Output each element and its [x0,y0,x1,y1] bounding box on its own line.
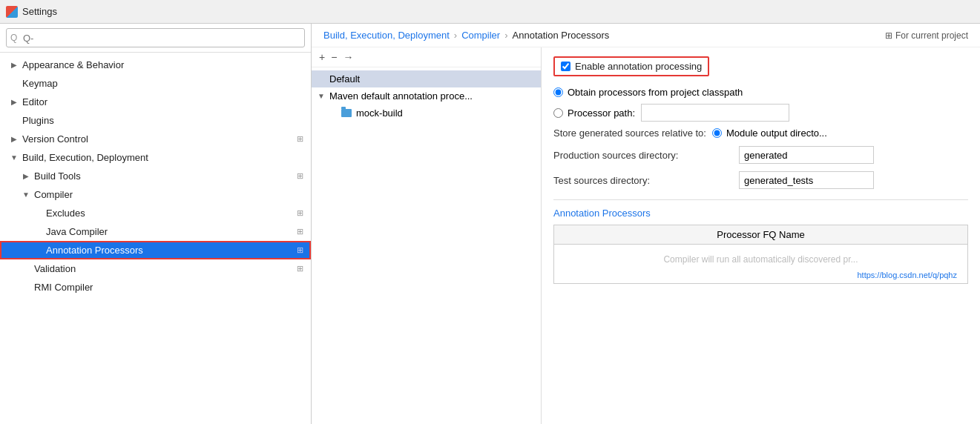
production-sources-input[interactable] [739,146,874,164]
search-wrapper: Q [6,28,305,47]
for-current-project-label: For current project [895,30,968,41]
production-sources-label: Production sources directory: [553,150,739,161]
sidebar-item-appearance[interactable]: ▶ Appearance & Behavior [0,56,311,74]
enable-annotation-checkbox[interactable] [561,62,570,71]
sidebar-item-label: Validation [34,263,292,274]
sidebar-item-label: RMI Compiler [34,282,305,293]
sidebar-item-rmi-compiler[interactable]: RMI Compiler [0,278,311,297]
copy-icon: ⊞ [295,171,305,182]
copy-icon: ⊞ [295,245,305,256]
processors-table: Processor FQ Name Compiler will run all … [553,225,968,284]
sidebar-item-keymap[interactable]: Keymap [0,74,311,93]
enable-annotation-wrapper: Enable annotation processing [553,56,709,76]
sidebar-item-label: Java Compiler [46,226,292,237]
breadcrumb-current: Annotation Processors [513,30,610,41]
sidebar-item-annotation-processors[interactable]: Annotation Processors ⊞ [0,241,311,259]
ti-arrow [318,75,328,83]
for-current-project[interactable]: ⊞ For current project [885,30,968,41]
store-radio-group: Module output directo... [712,127,827,139]
app-icon [6,6,18,18]
sidebar-item-validation[interactable]: Validation ⊞ [0,259,311,278]
tree-item-label: Maven default annotation proce... [329,90,473,102]
table-row-empty: Compiler will run all automatically disc… [554,245,968,284]
breadcrumb-sep-2: › [504,30,507,41]
path-radio-row: Processor path: [553,104,968,122]
tree-toolbar: + − → [312,47,541,67]
arrow-placeholder [21,264,31,274]
sidebar-item-plugins[interactable]: Plugins [0,111,311,130]
module-output-label: Module output directo... [726,127,827,139]
add-button[interactable]: + [319,52,325,62]
tree-panel: + − → Default ▼ Maven default annotation… [312,47,542,424]
breadcrumb-bar: Build, Execution, Deployment › Compiler … [312,24,980,47]
sidebar-item-excludes[interactable]: Excludes ⊞ [0,204,311,222]
sidebar-item-compiler[interactable]: ▼ Compiler [0,185,311,204]
arrow-icon: ▶ [9,134,19,145]
test-sources-label: Test sources directory: [553,175,739,186]
main-layout: Q ▶ Appearance & Behavior Keymap ▶ Edito… [0,24,980,424]
breadcrumb-compiler[interactable]: Compiler [461,30,500,41]
arrow-placeholder [21,282,31,293]
test-sources-input[interactable] [739,171,874,189]
sidebar-item-editor[interactable]: ▶ Editor [0,93,311,111]
arrow-placeholder [33,245,43,256]
search-icon: Q [10,33,17,43]
navigate-button[interactable]: → [343,52,353,62]
arrow-icon: ▶ [9,60,19,70]
arrow-placeholder [33,227,43,237]
path-radio[interactable] [553,108,563,118]
test-sources-row: Test sources directory: [553,171,968,189]
arrow-icon: ▼ [9,153,19,163]
sidebar-item-version-control[interactable]: ▶ Version Control ⊞ [0,130,311,148]
tree-body: Default ▼ Maven default annotation proce… [312,67,541,424]
processor-path-input[interactable] [641,104,789,122]
sidebar-item-label: Build Tools [34,170,292,182]
breadcrumb-build[interactable]: Build, Execution, Deployment [323,30,450,41]
breadcrumb-sep-1: › [454,30,457,41]
settings-panel: Enable annotation processing Obtain proc… [542,47,980,424]
arrow-icon: ▼ [21,190,31,200]
copy-icon: ⊞ [295,134,305,145]
remove-button[interactable]: − [331,52,337,62]
sidebar-nav: ▶ Appearance & Behavior Keymap ▶ Editor … [0,53,311,424]
search-box: Q [0,24,311,53]
arrow-placeholder [9,116,19,126]
arrow-placeholder [33,208,43,219]
sidebar-item-label: Keymap [22,78,305,89]
classpath-radio[interactable] [553,87,563,97]
search-input[interactable] [6,28,305,47]
sidebar-item-build-tools[interactable]: ▶ Build Tools ⊞ [0,167,311,185]
module-output-radio[interactable] [712,128,722,138]
arrow-icon: ▶ [9,97,19,107]
store-generated-row: Store generated sources relative to: Mod… [553,127,968,139]
sidebar-item-label: Excludes [46,208,292,219]
sidebar-item-label: Editor [22,96,305,107]
annotation-processors-section: Annotation Processors Processor FQ Name … [553,199,968,284]
tree-item-default[interactable]: Default [312,70,541,87]
store-label: Store generated sources relative to: [553,127,706,139]
right-panel: Build, Execution, Deployment › Compiler … [312,24,980,424]
url-text: https://blog.csdn.net/q/pqhz [562,271,960,279]
copy-small-icon: ⊞ [885,30,892,41]
title-bar: Settings [0,0,980,24]
empty-message: Compiler will run all automatically disc… [562,248,960,271]
table-header-fq-name: Processor FQ Name [554,225,968,245]
sidebar: Q ▶ Appearance & Behavior Keymap ▶ Edito… [0,24,312,424]
tree-item-label: mock-build [356,107,403,119]
sidebar-item-label: Compiler [34,189,305,200]
sidebar-item-build-execution[interactable]: ▼ Build, Execution, Deployment [0,148,311,167]
sidebar-item-label: Plugins [22,115,305,126]
sidebar-item-label: Appearance & Behavior [22,59,305,70]
right-content: + − → Default ▼ Maven default annotation… [312,47,980,424]
production-sources-row: Production sources directory: [553,146,968,164]
sidebar-item-java-compiler[interactable]: Java Compiler ⊞ [0,222,311,241]
classpath-label: Obtain processors from project classpath [568,87,743,98]
tree-item-maven-default[interactable]: ▼ Maven default annotation proce... [312,87,541,105]
tree-item-label: Default [329,73,360,85]
sidebar-item-label: Version Control [22,133,292,145]
sidebar-item-label: Build, Execution, Deployment [22,152,305,163]
enable-annotation-row: Enable annotation processing [553,56,968,76]
tree-item-mock-build[interactable]: mock-build [312,105,541,122]
path-label: Processor path: [568,107,635,119]
annotation-processors-title: Annotation Processors [553,208,968,219]
